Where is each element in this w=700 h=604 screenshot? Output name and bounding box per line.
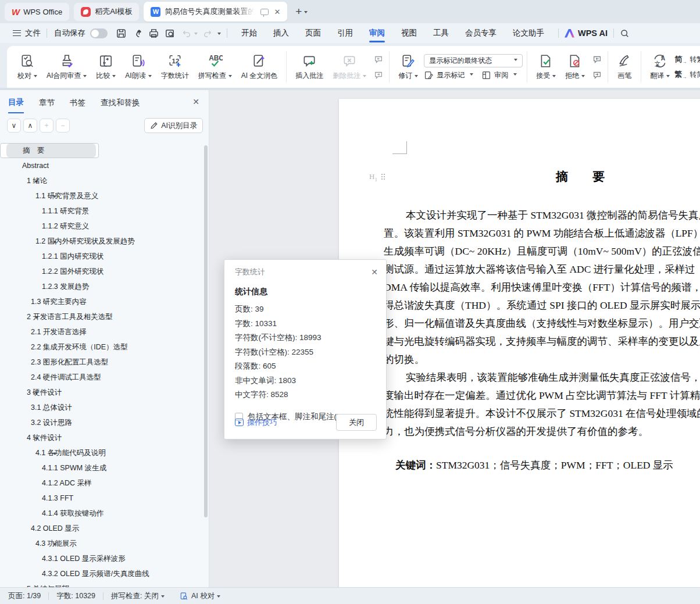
tab-wps-home[interactable]: W WPS Office (5, 3, 69, 21)
close-button[interactable]: 关闭 (336, 414, 377, 431)
menu-item-6[interactable]: 工具 (425, 23, 457, 43)
previous-comment-button[interactable] (372, 53, 385, 66)
autosave-toggle[interactable] (90, 28, 108, 38)
file-menu[interactable]: 文件 (25, 28, 41, 38)
menu-item-5[interactable]: 视图 (393, 23, 425, 43)
reject-revision-button[interactable]: 拒绝 (560, 48, 590, 85)
tips-link[interactable]: 操作技巧 (235, 417, 277, 428)
ai-polish-button[interactable]: AI 全文润色 (237, 48, 283, 85)
ai-proofread-status[interactable]: AI 校对 (180, 591, 220, 601)
ai-contract-review-button[interactable]: AI合同审查 (42, 48, 91, 85)
simplified-to-traditional-button[interactable]: 简→ 转繁 (674, 54, 700, 65)
print-preview-icon[interactable] (165, 28, 176, 39)
tab-current-document[interactable]: W 简易信号失真度测量装置的设 ✕ (144, 2, 287, 22)
spell-check-button[interactable]: ABC 拼写检查 (194, 48, 237, 85)
toc-item[interactable]: 1.2.3 发展趋势 (0, 279, 203, 294)
menu-item-4[interactable]: 审阅 (361, 23, 393, 43)
ink-pen-button[interactable]: 画笔 (612, 48, 637, 85)
quick-access-dropdown-icon[interactable] (217, 33, 221, 37)
toc-item[interactable]: 2.2 集成开发环境（IDE）选型 (0, 339, 203, 355)
close-tab-icon[interactable]: ✕ (274, 8, 280, 16)
new-tab-button[interactable]: + (295, 5, 302, 18)
toc-item[interactable]: ▼4.1 各功能代码及说明 (0, 445, 203, 460)
document-page[interactable]: H1 摘 要 本文设计并实现了一种基于 STM32G031 微控制器的简易信号失… (339, 99, 700, 587)
menu-item-1[interactable]: 插入 (265, 23, 297, 43)
ai-read-aloud-button[interactable]: AI朗读 (120, 48, 156, 85)
toc-item[interactable]: 4.3.1 OLED 显示采样波形 (0, 551, 203, 566)
toc-item[interactable]: 4.2 OLED 显示 (0, 521, 203, 536)
ai-recognize-toc-button[interactable]: AI识别目录 (144, 118, 203, 133)
export-pdf-icon[interactable] (132, 28, 143, 39)
toc-item[interactable]: ▼2 开发语言工具及相关选型 (0, 309, 203, 324)
toc-item[interactable]: 1.1.2 研究意义 (0, 219, 203, 234)
close-dialog-icon[interactable]: ✕ (371, 267, 378, 277)
toc-item[interactable]: 1.3 研究主要内容 (0, 294, 203, 309)
redo-icon[interactable] (203, 28, 213, 38)
toc-item[interactable]: 3.2 设计思路 (0, 415, 203, 430)
toc-item[interactable]: 摘 要 (0, 143, 99, 158)
spell-check-status[interactable]: 拼写检查: 关闭 (111, 591, 165, 601)
print-icon[interactable] (148, 28, 159, 39)
page-indicator[interactable]: 页面: 1/39 (8, 591, 41, 601)
undo-icon[interactable] (181, 28, 191, 38)
sidebar-scrollbar[interactable] (204, 145, 208, 517)
next-revision-button[interactable] (591, 69, 603, 81)
word-count-button[interactable]: 12 字数统计 (156, 48, 194, 85)
accept-revision-button[interactable]: 接受 (531, 48, 560, 85)
expand-all-button[interactable]: ∨ (7, 119, 21, 133)
toc-item[interactable]: ▼4 软件设计 (0, 430, 203, 445)
menu-item-3[interactable]: 引用 (329, 23, 361, 43)
compare-button[interactable]: 比较 (91, 48, 120, 85)
toc-item[interactable]: ▼5 总结与展望 (0, 581, 203, 587)
menu-item-8[interactable]: 论文助手 (505, 23, 552, 43)
toc-item[interactable]: 2.1 开发语言选择 (0, 324, 203, 339)
toc-item[interactable]: 4.1.3 FFT (0, 491, 203, 506)
word-count-indicator[interactable]: 字数: 10329 (56, 591, 95, 601)
toc-item[interactable]: ▼1 绪论 (0, 173, 203, 188)
demote-heading-button[interactable]: − (56, 119, 70, 133)
undo-dropdown-icon[interactable] (194, 33, 198, 37)
toc-item[interactable]: 4.1.2 ADC 采样 (0, 476, 203, 491)
tab-docer-template[interactable]: 稻壳AI模板 (74, 3, 139, 21)
toc-item[interactable]: Abstract (0, 158, 203, 173)
markup-state-select[interactable]: 显示标记的最终状态 (424, 54, 523, 67)
toc-item[interactable]: 2.3 图形化配置工具选型 (0, 355, 203, 370)
menu-item-7[interactable]: 会员专享 (457, 23, 505, 43)
translate-button[interactable]: 文A 翻译 (645, 48, 674, 85)
tab-list-dropdown-icon[interactable] (304, 11, 308, 15)
collapse-all-button[interactable]: ∧ (23, 119, 37, 133)
insert-comment-button[interactable]: 插入批注 (291, 48, 328, 85)
close-sidebar-icon[interactable]: ✕ (192, 97, 199, 106)
toc-item[interactable]: 1.2.2 国外研究现状 (0, 264, 203, 279)
sidebar-tab-2[interactable]: 书签 (70, 98, 85, 113)
next-comment-button[interactable] (372, 69, 385, 81)
toc-item[interactable]: ▼4.3 功能展示 (0, 536, 203, 551)
promote-heading-button[interactable]: + (40, 119, 53, 133)
save-icon[interactable] (116, 28, 127, 39)
sidebar-tab-3[interactable]: 查找和替换 (101, 98, 140, 113)
toc-item[interactable]: 1.1.1 研究背景 (0, 203, 203, 219)
search-icon[interactable] (620, 28, 630, 38)
toc-item[interactable]: 4.1.1 SPWM 波生成 (0, 460, 203, 476)
hamburger-menu-icon[interactable] (13, 30, 21, 36)
wps-ai-button[interactable]: WPS AI (565, 28, 608, 38)
review-pane-button[interactable]: 审阅 (481, 70, 517, 80)
menu-item-0[interactable]: 开始 (233, 23, 265, 43)
sidebar-tab-0[interactable]: 目录 (8, 97, 24, 113)
screen-share-icon[interactable] (260, 9, 269, 15)
toc-item[interactable]: 4.3.2 OLED 显示频谱/失真度曲线 (0, 566, 203, 581)
toc-item[interactable]: ▼1.1 研究背景及意义 (0, 188, 203, 203)
sidebar-tab-1[interactable]: 章节 (39, 98, 55, 113)
show-markup-button[interactable]: 显示标记 (424, 70, 473, 80)
menu-item-2[interactable]: 页面 (297, 23, 329, 43)
toc-item[interactable]: 4.1.4 获取按键动作 (0, 506, 203, 521)
toc-item[interactable]: 1.2.1 国内研究现状 (0, 249, 203, 264)
proofread-button[interactable]: 校对 (13, 48, 42, 85)
delete-comment-button[interactable]: 删除批注 (328, 48, 371, 85)
toc-item[interactable]: ▼1.2 国内外研究现状及发展趋势 (0, 234, 203, 249)
previous-revision-button[interactable] (591, 53, 603, 66)
toc-item[interactable]: 2.4 硬件调试工具选型 (0, 370, 203, 385)
toc-item[interactable]: 3.1 总体设计 (0, 400, 203, 415)
toc-item[interactable]: ▼3 硬件设计 (0, 385, 203, 400)
traditional-to-simplified-button[interactable]: 繁→ 转简 (674, 69, 700, 80)
